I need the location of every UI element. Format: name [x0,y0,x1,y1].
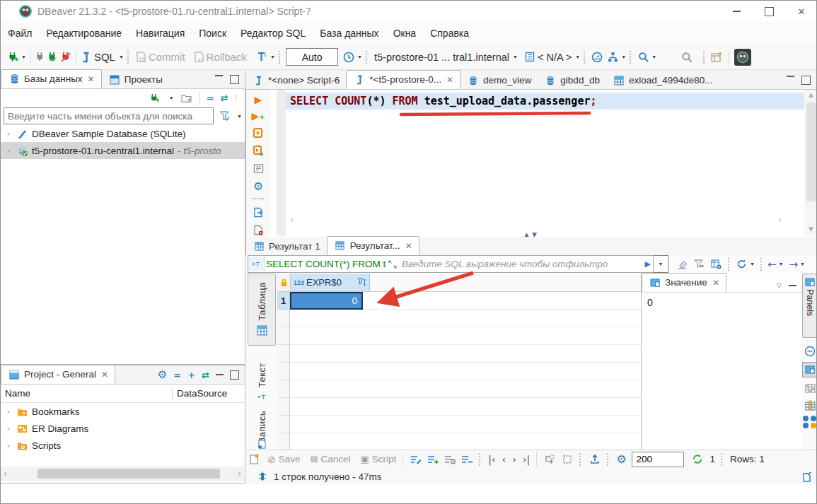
tree-item-scripts[interactable]: › Scripts [1,437,245,454]
presentation-tab-record[interactable]: Запись [248,421,276,450]
filter-settings-dropdown[interactable]: ▼ [237,114,242,119]
presentation-tab-grid[interactable]: Таблица [248,274,276,346]
value-panel-toggle-icon[interactable] [802,362,817,377]
result-grid[interactable]: 123 EXPR$0 1 0 [277,274,641,450]
tree-item-bookmarks[interactable]: › Bookmarks [1,403,245,420]
filter-type-icon[interactable]: T [248,257,265,271]
value-view-toggle-icon[interactable] [804,345,816,358]
sql-editor-icon[interactable] [80,51,93,64]
new-connection-icon[interactable] [6,51,19,64]
dashboard-icon[interactable] [591,51,603,64]
row-1-header[interactable]: 1 [277,292,290,310]
tab-value[interactable]: Значение ✕ [642,273,726,292]
menu-sql-editor[interactable]: Редактор SQL [241,28,306,39]
scrollbar-thumb[interactable] [37,469,220,479]
cancel-button[interactable]: ⊠Cancel [311,454,351,464]
column-header-name[interactable]: Name [1,388,172,399]
close-tab-icon[interactable]: ✕ [712,278,719,288]
refresh-results-icon[interactable] [735,258,748,271]
view-menu-icon[interactable]: ⁝ [235,93,238,102]
sql-editor-area[interactable]: ▶ ▶+ ⚙ SELECT COUNT(*) FROM test_upload_… [245,90,817,236]
connect-icon[interactable] [34,51,47,64]
refresh-dropdown[interactable]: ▼ [750,262,755,266]
schema-selector[interactable]: < N/A > [538,52,572,63]
apply-filter-icon[interactable]: ▶ [645,259,651,269]
panel-new-connection-icon[interactable] [148,92,161,105]
menu-database[interactable]: База данных [320,28,378,39]
close-tab-icon[interactable]: ✕ [101,370,108,380]
menu-windows[interactable]: Окна [393,28,417,39]
next-row-icon[interactable]: › [512,454,516,465]
menu-navigation[interactable]: Навигация [136,28,185,39]
nav-back-dropdown[interactable]: ▼ [779,262,784,266]
execute-statement-icon[interactable]: ▶ [255,94,262,105]
select-region-icon[interactable] [561,453,574,466]
calc-panel-icon[interactable] [804,399,816,411]
add-row-icon[interactable] [427,453,439,466]
minimize-view-icon[interactable] [215,75,223,76]
editor-scroll-left-icon[interactable]: ‹ [290,214,294,225]
results-settings-gear-icon[interactable]: ⚙ [616,452,626,466]
goto-row-icon[interactable] [543,453,556,466]
quick-search-icon[interactable] [680,51,693,64]
object-search-input[interactable] [4,107,214,124]
link-with-editor-icon[interactable]: ⇄ [221,93,228,103]
expand-filter-icon[interactable] [386,258,399,271]
close-tab-icon[interactable]: ✕ [88,74,95,84]
commit-mode-combo[interactable]: Auto [286,48,338,66]
tab-result-2[interactable]: Результат... ✕ [327,236,419,255]
copy-status-icon[interactable] [801,470,813,483]
search-metadata-icon[interactable] [637,51,649,64]
filter-input-placeholder[interactable]: Введите SQL выражение чтобы отфильтро [399,259,645,269]
last-row-icon[interactable]: ›| [523,454,530,465]
unsaved-file-icon[interactable] [252,223,265,236]
minimize-button[interactable] [720,1,753,22]
tree-item-er-diagrams[interactable]: › ER Diagrams [1,420,245,437]
explain-plan-icon[interactable] [252,162,265,175]
network-icon[interactable] [606,51,619,64]
transaction-log-icon[interactable] [342,51,355,64]
transaction-mode-dropdown[interactable]: ▼ [270,54,275,59]
sql-statement[interactable]: SELECT COUNT(*) FROM test_upload_data.pa… [290,95,597,107]
tab-demo-view[interactable]: demo_view [460,71,538,89]
tab-script-6[interactable]: *<none> Script-6 [245,71,346,89]
filter-settings-icon[interactable] [218,110,231,122]
tab-exload[interactable]: exload_4994de80... [606,71,719,89]
database-selector[interactable]: t5-prostore-01 ... tral1.internal [374,52,509,63]
execute-script-new-icon[interactable] [252,144,265,157]
tab-project-general[interactable]: Project - General ✕ [1,365,115,384]
editor-vertical-scrollbar[interactable]: ▲ ▼ [804,90,817,236]
tab-projects[interactable]: Проекты [102,71,169,88]
nav-forward-dropdown[interactable]: ▼ [800,262,805,266]
scroll-left-icon[interactable]: ‹ [4,469,7,479]
nav-forward-icon[interactable]: → [789,258,798,271]
column-filter-sort-icon[interactable] [357,276,366,289]
execute-new-tab-icon[interactable]: ▶+ [251,110,265,122]
tab-result-1[interactable]: Результат 1 [246,238,327,255]
network-dropdown[interactable]: ▼ [621,54,626,59]
first-row-icon[interactable]: |‹ [488,454,495,465]
delete-row-icon[interactable] [460,453,473,466]
open-perspective-icon[interactable] [710,51,723,64]
grouping-panel-icon[interactable] [803,416,817,428]
export-results-icon[interactable] [589,453,601,466]
editor-scroll-right-icon[interactable]: › [778,214,782,225]
sql-editor-label[interactable]: SQL [94,51,115,63]
execute-script-icon[interactable] [252,127,265,139]
new-results-doc-icon[interactable] [248,453,260,466]
transaction-mode-icon[interactable] [255,51,268,64]
collapse-all-icon[interactable]: = [173,370,181,380]
nav-back-icon[interactable]: ← [767,258,777,271]
horizontal-scrollbar[interactable]: ‹ › [1,467,244,481]
tab-gibdd-db[interactable]: gibdd_db [538,71,606,89]
maximize-button[interactable] [753,1,785,22]
schema-selector-dropdown[interactable]: ▼ [575,54,580,59]
scroll-right-icon[interactable]: › [238,469,241,479]
duplicate-row-icon[interactable] [444,453,456,466]
presentation-tab-text[interactable]: Текст T [248,353,276,414]
scrollbar-thumb[interactable] [806,102,816,201]
panels-tab[interactable]: Panels [802,274,817,338]
database-selector-dropdown[interactable]: ▼ [513,54,518,59]
export-from-query-icon[interactable] [252,206,265,218]
gear-icon[interactable]: ⚙ [158,368,167,381]
